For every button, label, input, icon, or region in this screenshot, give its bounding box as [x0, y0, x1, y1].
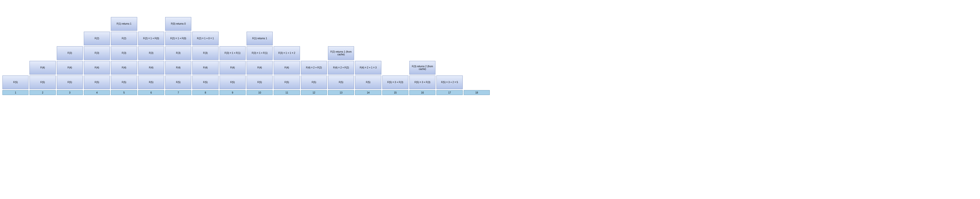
step-label: 1: [2, 90, 29, 95]
stack-cell: F(1) returns 1: [247, 32, 273, 45]
stack-cell: F(5): [220, 75, 246, 89]
step-label: 14: [355, 90, 381, 95]
stack-cell: F(5): [29, 75, 56, 89]
stack-cell: F(3) returns 2 (from cache): [409, 61, 436, 75]
stack-cell: F(3): [192, 46, 218, 60]
stack-cell: F(2) = 1 + 0 = 1: [192, 32, 218, 45]
stack-cell: F(3) = 1 + F(1): [247, 46, 273, 60]
stack-cell: F(3): [57, 46, 83, 60]
step-label: 17: [436, 90, 463, 95]
stack-cell: F(5) = 3 + F(3): [382, 75, 408, 89]
stack-cell: F(4): [192, 61, 218, 75]
stack-cell: F(0) returns 0: [165, 17, 191, 31]
step-label: 8: [192, 90, 218, 95]
stack-cell: F(2) = 1 + F(0): [165, 32, 191, 45]
step-label: 13: [328, 90, 354, 95]
step-label: 15: [382, 90, 408, 95]
stack-cell: F(5): [57, 75, 83, 89]
stack-cell: F(3) = 1 + F(1): [220, 46, 246, 60]
step-label: 3: [57, 90, 83, 95]
stack-cell: F(2): [84, 32, 110, 45]
stack-cell: F(5): [355, 75, 381, 89]
step-label: 4: [84, 90, 110, 95]
step-label: 6: [138, 90, 164, 95]
stack-cell: F(3): [165, 46, 191, 60]
stack-cell: F(5): [301, 75, 327, 89]
stack-cell: F(3): [84, 46, 110, 60]
step-label: 18: [464, 90, 490, 95]
step-label: 9: [220, 90, 246, 95]
stack-cell: F(5): [192, 75, 218, 89]
stack-cell: F(3): [111, 46, 137, 60]
stack-cell: F(4): [57, 61, 83, 75]
stack-cell: F(4) = 2 + F(2): [328, 61, 354, 75]
stack-cell: F(5): [247, 75, 273, 89]
step-label: 5: [111, 90, 137, 95]
stack-cell: F(5): [2, 75, 29, 89]
stack-cell: F(4): [165, 61, 191, 75]
stack-cell: F(5): [274, 75, 300, 89]
stack-cell: F(2) = 1 + F(0): [138, 32, 164, 45]
stack-cell: F(5): [138, 75, 164, 89]
step-label: 11: [274, 90, 300, 95]
fibonacci-callstack-diagram: F(5)F(5)F(4)F(5)F(4)F(3)F(5)F(4)F(3)F(2)…: [2, 2, 490, 95]
stack-cell: F(4): [220, 61, 246, 75]
stack-cell: F(5): [165, 75, 191, 89]
stack-cell: F(4): [138, 61, 164, 75]
stack-cell: F(4): [84, 61, 110, 75]
stack-cell: F(5): [328, 75, 354, 89]
stack-cell: F(4): [29, 61, 56, 75]
step-label: 16: [409, 90, 436, 95]
stack-cell: F(3): [138, 46, 164, 60]
stack-cell: F(4) = 2 + 1 = 3: [355, 61, 381, 75]
step-label: 2: [29, 90, 56, 95]
stack-cell: F(5): [84, 75, 110, 89]
stack-cell: F(4): [111, 61, 137, 75]
step-label: 10: [247, 90, 273, 95]
stack-cell: F(2) returns 1 (from cache): [328, 46, 354, 60]
stack-cell: F(4): [274, 61, 300, 75]
stack-cell: F(3) = 1 + 1 = 2: [274, 46, 300, 60]
stack-cell: F(4) = 2 + F(2): [301, 61, 327, 75]
stack-cell: F(1) returns 1: [111, 17, 137, 31]
step-label: 7: [165, 90, 191, 95]
stack-cell: F(5): [111, 75, 137, 89]
stack-cell: F(4): [247, 61, 273, 75]
stack-cell: F(5) = 3 + 2 = 5: [436, 75, 463, 89]
step-label: 12: [301, 90, 327, 95]
stack-cell: F(2): [111, 32, 137, 45]
stack-cell: F(5) = 3 + F(3): [409, 75, 436, 89]
